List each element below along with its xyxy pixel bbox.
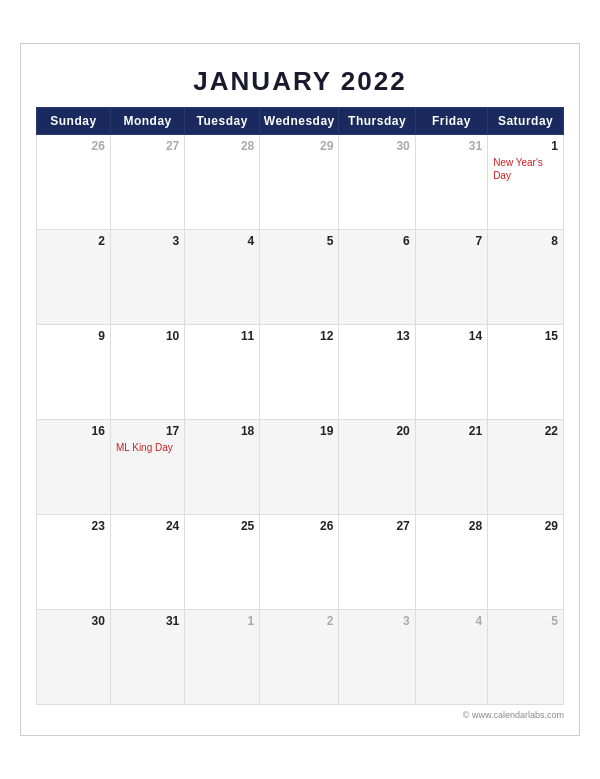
day-number: 5: [493, 614, 558, 628]
day-number: 14: [421, 329, 482, 343]
calendar-cell: 28: [185, 135, 260, 230]
calendar-cell: 14: [415, 325, 487, 420]
calendar-cell: 28: [415, 515, 487, 610]
day-number: 27: [116, 139, 179, 153]
calendar-cell: 25: [185, 515, 260, 610]
calendar-cell: 8: [488, 230, 564, 325]
calendar-cell: 20: [339, 420, 415, 515]
day-number: 4: [190, 234, 254, 248]
calendar-cell: 21: [415, 420, 487, 515]
day-number: 1: [493, 139, 558, 153]
day-header: Saturday: [488, 108, 564, 135]
calendar-cell: 4: [185, 230, 260, 325]
day-header: Friday: [415, 108, 487, 135]
calendar-container: JANUARY 2022 SundayMondayTuesdayWednesda…: [20, 43, 580, 736]
calendar-cell: 11: [185, 325, 260, 420]
day-number: 28: [190, 139, 254, 153]
calendar-cell: 26: [37, 135, 111, 230]
day-number: 30: [42, 614, 105, 628]
calendar-cell: 30: [339, 135, 415, 230]
calendar-cell: 3: [339, 610, 415, 705]
calendar-footer: © www.calendarlabs.com: [36, 705, 564, 720]
day-number: 11: [190, 329, 254, 343]
day-number: 9: [42, 329, 105, 343]
day-number: 29: [265, 139, 333, 153]
day-header: Thursday: [339, 108, 415, 135]
day-number: 4: [421, 614, 482, 628]
day-number: 7: [421, 234, 482, 248]
calendar-cell: 17ML King Day: [110, 420, 184, 515]
day-number: 24: [116, 519, 179, 533]
day-number: 16: [42, 424, 105, 438]
calendar-cell: 18: [185, 420, 260, 515]
day-number: 26: [42, 139, 105, 153]
day-header: Monday: [110, 108, 184, 135]
calendar-title: JANUARY 2022: [36, 54, 564, 107]
day-number: 1: [190, 614, 254, 628]
day-number: 29: [493, 519, 558, 533]
calendar-cell: 29: [260, 135, 339, 230]
day-header: Wednesday: [260, 108, 339, 135]
calendar-cell: 23: [37, 515, 111, 610]
calendar-cell: 3: [110, 230, 184, 325]
calendar-cell: 7: [415, 230, 487, 325]
day-number: 31: [421, 139, 482, 153]
day-number: 27: [344, 519, 409, 533]
calendar-cell: 16: [37, 420, 111, 515]
day-header: Sunday: [37, 108, 111, 135]
calendar-cell: 27: [339, 515, 415, 610]
day-number: 10: [116, 329, 179, 343]
calendar-cell: 6: [339, 230, 415, 325]
calendar-cell: 19: [260, 420, 339, 515]
day-number: 22: [493, 424, 558, 438]
calendar-cell: 5: [260, 230, 339, 325]
calendar-cell: 27: [110, 135, 184, 230]
day-number: 25: [190, 519, 254, 533]
day-number: 12: [265, 329, 333, 343]
calendar-cell: 29: [488, 515, 564, 610]
calendar-cell: 1: [185, 610, 260, 705]
calendar-cell: 15: [488, 325, 564, 420]
calendar-cell: 30: [37, 610, 111, 705]
day-number: 15: [493, 329, 558, 343]
calendar-cell: 2: [260, 610, 339, 705]
day-number: 21: [421, 424, 482, 438]
day-number: 28: [421, 519, 482, 533]
calendar-cell: 22: [488, 420, 564, 515]
day-number: 20: [344, 424, 409, 438]
day-number: 30: [344, 139, 409, 153]
calendar-cell: 2: [37, 230, 111, 325]
calendar-cell: 10: [110, 325, 184, 420]
day-number: 18: [190, 424, 254, 438]
day-number: 13: [344, 329, 409, 343]
calendar-grid: SundayMondayTuesdayWednesdayThursdayFrid…: [36, 107, 564, 705]
day-number: 3: [116, 234, 179, 248]
calendar-cell: 24: [110, 515, 184, 610]
day-number: 5: [265, 234, 333, 248]
day-number: 2: [42, 234, 105, 248]
calendar-cell: 1New Year's Day: [488, 135, 564, 230]
day-number: 19: [265, 424, 333, 438]
holiday-label: New Year's Day: [493, 156, 558, 182]
day-number: 3: [344, 614, 409, 628]
day-number: 8: [493, 234, 558, 248]
calendar-cell: 9: [37, 325, 111, 420]
day-number: 31: [116, 614, 179, 628]
calendar-cell: 31: [110, 610, 184, 705]
day-header: Tuesday: [185, 108, 260, 135]
calendar-cell: 31: [415, 135, 487, 230]
day-number: 6: [344, 234, 409, 248]
day-number: 2: [265, 614, 333, 628]
holiday-label: ML King Day: [116, 441, 179, 454]
calendar-cell: 26: [260, 515, 339, 610]
day-number: 26: [265, 519, 333, 533]
calendar-cell: 12: [260, 325, 339, 420]
calendar-cell: 4: [415, 610, 487, 705]
calendar-cell: 5: [488, 610, 564, 705]
calendar-cell: 13: [339, 325, 415, 420]
day-number: 17: [116, 424, 179, 438]
day-number: 23: [42, 519, 105, 533]
